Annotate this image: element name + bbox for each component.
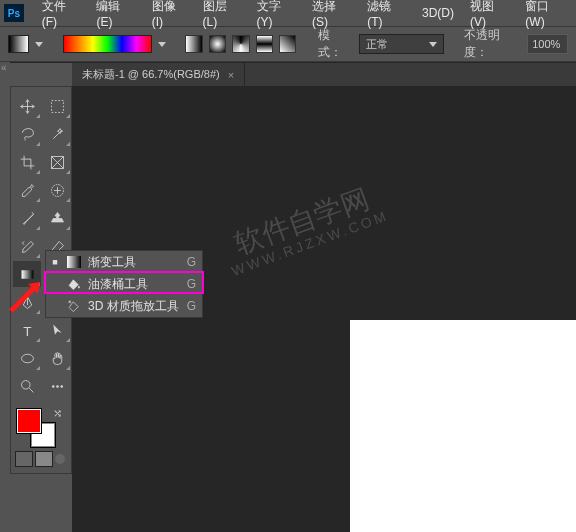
arrow-annotation-icon bbox=[6, 276, 46, 316]
gradient-icon bbox=[66, 255, 82, 269]
quickmask-icon[interactable] bbox=[15, 451, 33, 467]
frame-tool[interactable] bbox=[43, 149, 71, 175]
chevron-down-icon[interactable] bbox=[35, 42, 43, 47]
crop-tool[interactable] bbox=[13, 149, 41, 175]
screenmode-toggle-icon[interactable] bbox=[55, 454, 65, 464]
flyout-label: 渐变工具 bbox=[88, 254, 181, 271]
gradient-radial-icon[interactable] bbox=[209, 35, 226, 53]
tool-preset-thumb[interactable] bbox=[8, 35, 29, 53]
opacity-label: 不透明度： bbox=[464, 27, 522, 61]
menu-bar: Ps 文件(F) 编辑(E) 图像(I) 图层(L) 文字(Y) 选择(S) 滤… bbox=[0, 0, 576, 26]
ellipse-tool[interactable] bbox=[13, 345, 41, 371]
move-tool[interactable] bbox=[13, 93, 41, 119]
svg-rect-0 bbox=[51, 100, 63, 112]
color-swatches: ⤭ bbox=[13, 403, 71, 447]
chevron-down-icon[interactable] bbox=[158, 42, 166, 47]
zoom-tool[interactable] bbox=[13, 373, 41, 399]
spot-heal-tool[interactable] bbox=[43, 177, 71, 203]
shortcut-key: G bbox=[187, 277, 196, 291]
svg-rect-11 bbox=[67, 256, 81, 268]
svg-text:T: T bbox=[23, 323, 31, 338]
menu-image[interactable]: 图像(I) bbox=[144, 0, 195, 29]
material-drop-icon bbox=[66, 299, 82, 313]
toolbox-header bbox=[10, 63, 72, 87]
shortcut-key: G bbox=[187, 299, 196, 313]
document-tab[interactable]: 未标题-1 @ 66.7%(RGB/8#) × bbox=[72, 63, 245, 86]
eyedropper-tool[interactable] bbox=[13, 177, 41, 203]
blend-mode-value: 正常 bbox=[366, 37, 388, 52]
gradient-angle-icon[interactable] bbox=[232, 35, 249, 53]
close-icon[interactable]: × bbox=[228, 69, 234, 81]
collapse-panels-icon[interactable] bbox=[3, 66, 7, 70]
screen-mode-icons bbox=[13, 451, 69, 467]
svg-point-9 bbox=[56, 385, 59, 388]
path-select-tool[interactable] bbox=[43, 317, 71, 343]
brush-tool[interactable] bbox=[13, 205, 41, 231]
menu-filter[interactable]: 滤镜(T) bbox=[359, 0, 414, 29]
blend-mode-select[interactable]: 正常 bbox=[359, 34, 444, 54]
menu-3d[interactable]: 3D(D) bbox=[414, 6, 462, 20]
tool-flyout-menu: ■ 渐变工具 G 油漆桶工具 G 3D 材质拖放工具 G bbox=[45, 250, 203, 318]
paint-bucket-icon bbox=[66, 277, 82, 291]
marquee-tool[interactable] bbox=[43, 93, 71, 119]
hand-tool[interactable] bbox=[43, 345, 71, 371]
flyout-label: 3D 材质拖放工具 bbox=[88, 298, 181, 315]
clone-stamp-tool[interactable] bbox=[43, 205, 71, 231]
menu-window[interactable]: 窗口(W) bbox=[517, 0, 576, 29]
foreground-color[interactable] bbox=[17, 409, 41, 433]
opacity-input[interactable]: 100% bbox=[527, 34, 568, 54]
flyout-3d-material-tool[interactable]: 3D 材质拖放工具 G bbox=[46, 295, 202, 317]
menu-view[interactable]: 视图(V) bbox=[462, 0, 517, 29]
document-tab-title: 未标题-1 @ 66.7%(RGB/8#) bbox=[82, 67, 220, 82]
watermark-text: 软件自学网 WWW.RJZXW.COM bbox=[219, 179, 391, 279]
swap-colors-icon[interactable]: ⤭ bbox=[53, 407, 62, 420]
app-logo: Ps bbox=[4, 4, 24, 22]
menu-layer[interactable]: 图层(L) bbox=[195, 0, 249, 29]
options-bar: 模式： 正常 不透明度： 100% bbox=[0, 26, 576, 62]
magic-wand-tool[interactable] bbox=[43, 121, 71, 147]
chevron-down-icon bbox=[429, 42, 437, 47]
flyout-paint-bucket-tool[interactable]: 油漆桶工具 G bbox=[46, 273, 202, 295]
gradient-diamond-icon[interactable] bbox=[279, 35, 296, 53]
shortcut-key: G bbox=[187, 255, 196, 269]
svg-point-10 bbox=[60, 385, 63, 388]
svg-point-7 bbox=[21, 380, 30, 389]
menu-text[interactable]: 文字(Y) bbox=[249, 0, 304, 29]
gradient-reflected-icon[interactable] bbox=[256, 35, 273, 53]
lasso-tool[interactable] bbox=[13, 121, 41, 147]
menu-select[interactable]: 选择(S) bbox=[304, 0, 359, 29]
svg-point-6 bbox=[21, 354, 33, 363]
flyout-gradient-tool[interactable]: ■ 渐变工具 G bbox=[46, 251, 202, 273]
document-tab-strip: 未标题-1 @ 66.7%(RGB/8#) × bbox=[10, 62, 576, 86]
gradient-preview[interactable] bbox=[63, 35, 152, 53]
svg-point-8 bbox=[51, 385, 54, 388]
gradient-linear-icon[interactable] bbox=[185, 35, 202, 53]
edit-toolbar[interactable] bbox=[43, 373, 71, 399]
history-brush-tool[interactable] bbox=[13, 233, 41, 259]
flyout-label: 油漆桶工具 bbox=[88, 276, 181, 293]
type-tool[interactable]: T bbox=[13, 317, 41, 343]
document-canvas[interactable] bbox=[350, 320, 576, 532]
screenmode-icon[interactable] bbox=[35, 451, 53, 467]
menu-edit[interactable]: 编辑(E) bbox=[88, 0, 143, 29]
active-indicator-icon: ■ bbox=[50, 257, 60, 267]
mode-label: 模式： bbox=[318, 27, 353, 61]
menu-file[interactable]: 文件(F) bbox=[34, 0, 89, 29]
